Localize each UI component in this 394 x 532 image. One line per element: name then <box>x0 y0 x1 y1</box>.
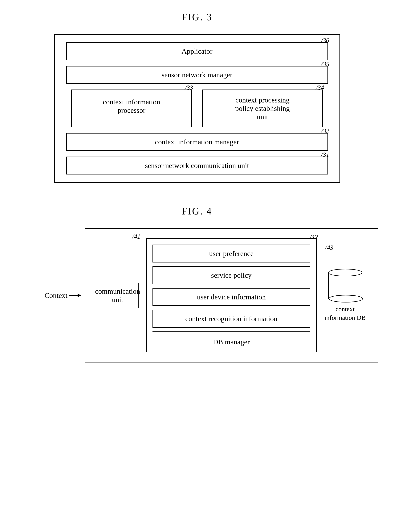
context-label: Context <box>45 291 67 300</box>
ref-41: /41 <box>132 233 140 240</box>
sensor-network-comm-label: sensor network communication unit <box>145 162 249 169</box>
db-label: contextinformation DB <box>324 305 366 322</box>
comm-unit-block: communicationunit <box>97 283 139 308</box>
user-preference-label: user preference <box>209 250 254 257</box>
context-info-manager-label: context information manager <box>155 138 239 146</box>
sensor-network-comm-row: /31 sensor network communication unit <box>66 157 328 174</box>
fig4-outer-box: /41 communicationunit /42 user preferenc… <box>85 228 378 363</box>
comm-unit-area: /41 communicationunit <box>97 238 139 352</box>
context-processing-policy-block: /34 context processingpolicy establishin… <box>202 90 323 127</box>
ref-42: /42 <box>310 234 318 241</box>
db-top <box>328 269 362 276</box>
inner-column: /42 user preference service policy user … <box>146 238 317 352</box>
context-arrow <box>69 295 81 296</box>
user-device-info-label: user device information <box>197 293 266 301</box>
db-label-text: contextinformation DB <box>324 306 366 321</box>
db-manager-label: DB manager <box>152 336 310 346</box>
db-bottom-ellipse <box>329 295 363 302</box>
fig3-title: FIG. 3 <box>45 11 350 23</box>
sensor-network-manager-label: sensor network manager <box>162 71 232 79</box>
applicator-block: /36 Applicator <box>66 42 328 60</box>
context-info-processor-label: context informationprocessor <box>103 98 160 114</box>
context-info-manager-row: /32 context information manager <box>66 133 328 151</box>
fig3-diagram: FIG. 3 /36 Applicator /35 sensor network… <box>45 11 350 183</box>
ref-33: /33 <box>185 84 193 91</box>
db-body <box>328 273 362 299</box>
ref-31: /31 <box>321 151 329 158</box>
sensor-network-manager-row: /35 sensor network manager <box>66 66 328 84</box>
fig3-wrapper: /36 Applicator /35 sensor network manage… <box>54 34 340 183</box>
user-device-info-block: user device information <box>152 288 310 306</box>
comm-unit-label: communicationunit <box>95 287 140 304</box>
context-recognition-block: context recognition information <box>152 310 310 328</box>
fig4-title: FIG. 4 <box>45 205 350 217</box>
ref-32: /32 <box>321 128 329 135</box>
context-info-manager-block: /32 context information manager <box>66 133 328 151</box>
fig4-diagram: FIG. 4 Context /41 communicationunit /42… <box>45 205 350 363</box>
ref-35: /35 <box>321 60 329 68</box>
ref-43: /43 <box>325 244 333 251</box>
context-processor-row: /33 context informationprocessor /34 con… <box>66 90 328 127</box>
user-preference-block: user preference <box>152 245 310 262</box>
applicator-row: /36 Applicator <box>66 42 328 60</box>
context-recognition-label: context recognition information <box>185 315 277 323</box>
context-arrow-area: Context <box>45 291 81 300</box>
sensor-network-comm-block: /31 sensor network communication unit <box>66 157 328 174</box>
db-cylinder <box>328 269 362 299</box>
context-info-processor-block: /33 context informationprocessor <box>71 90 192 127</box>
context-processing-policy-label: context processingpolicy establishinguni… <box>235 96 290 121</box>
service-policy-block: service policy <box>152 266 310 284</box>
sensor-network-manager-block: /35 sensor network manager <box>66 66 328 84</box>
fig4-row: Context /41 communicationunit /42 user p… <box>45 228 378 363</box>
db-area: /43 contextinformation DB <box>324 238 366 352</box>
applicator-label: Applicator <box>181 47 213 55</box>
ref-34: /34 <box>316 84 324 91</box>
service-policy-label: service policy <box>211 271 252 279</box>
separator <box>152 332 310 332</box>
ref-36: /36 <box>321 37 329 44</box>
